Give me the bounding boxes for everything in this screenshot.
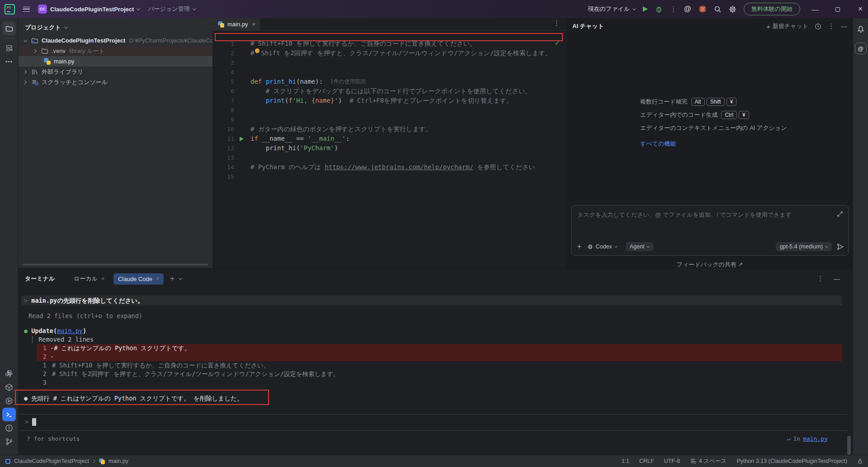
close-button[interactable]: × [853, 5, 868, 14]
code-token: 'PyCharm' [300, 143, 335, 153]
mode-selector[interactable]: Agent [626, 242, 654, 251]
lock-icon[interactable] [857, 458, 863, 464]
project-selector[interactable]: CC ClaudeCodePluginTestProject [38, 5, 140, 14]
python-interpreter[interactable]: Python 3.13 (ClaudeCodePluginTestProject… [736, 458, 847, 464]
close-tab-icon[interactable]: × [101, 276, 104, 282]
vcs-selector[interactable]: バージョン管理 [148, 5, 195, 13]
chat-history-icon[interactable] [815, 23, 821, 30]
search-icon[interactable] [714, 5, 722, 13]
kbd-key: Alt [691, 98, 705, 106]
code-line: 14# PyCharm のヘルプは https://www.jetbrains.… [212, 162, 566, 172]
services-tool-icon[interactable] [2, 394, 16, 408]
breadcrumb-file[interactable]: main.py [108, 458, 128, 464]
intention-bulb-icon[interactable] [255, 48, 259, 53]
chevron-right-icon[interactable] [23, 70, 26, 73]
code-link[interactable]: https://www.jetbrains.com/help/pycharm/ [325, 162, 473, 172]
more-tool-windows-icon[interactable]: ••• [2, 55, 16, 68]
prompt-divider [19, 430, 847, 431]
hide-panel-icon[interactable]: — [841, 23, 847, 30]
terminal-type-chevron-icon[interactable] [179, 276, 182, 280]
terminal-output[interactable]: > main.pyの先頭行を削除してください。Read 2 files (ctr… [24, 295, 847, 403]
version-control-tool-icon[interactable] [2, 435, 16, 448]
codex-plugin-icon[interactable]: @ [855, 43, 867, 54]
line-number: 14 [212, 162, 234, 172]
run-icon[interactable] [643, 6, 648, 12]
expand-input-icon[interactable] [837, 211, 843, 217]
file-link[interactable]: main.py [57, 327, 83, 334]
ai-shortcut-label: エディター内でのコード生成 [640, 111, 717, 119]
code-area[interactable]: 1# Shift+F10 を押して実行するか、ご自身のコードに置き換えてください… [212, 39, 566, 181]
code-line: 6 # スクリプトをデバッグするには以下のコード行でブレークポイントを使用してく… [212, 86, 566, 96]
close-tab-icon[interactable]: × [252, 21, 256, 28]
breadcrumb-project[interactable]: ClaudeCodePluginTestProject [14, 458, 89, 464]
send-icon[interactable] [836, 243, 844, 251]
hide-terminal-icon[interactable]: — [834, 275, 840, 282]
chat-options-icon[interactable]: ⋮ [828, 24, 835, 29]
file-encoding[interactable]: UTF-8 [664, 458, 680, 464]
text-cursor [32, 418, 36, 426]
chevron-down-icon [192, 6, 196, 10]
problems-tool-icon[interactable] [2, 421, 16, 435]
add-attachment-icon[interactable]: + [577, 243, 582, 250]
structure-tool-icon[interactable] [2, 41, 16, 55]
notifications-bell-icon[interactable] [854, 23, 868, 36]
tab-main-py[interactable]: main.py × [212, 18, 260, 31]
code-token: Shift を2回押す を押すと、クラス/ファイル/ツールウィンドウ/アクション… [261, 48, 551, 58]
main-menu-icon[interactable] [23, 7, 30, 12]
gutter-run-icon[interactable] [240, 137, 244, 141]
code-token: (name): [296, 77, 323, 86]
code-token: : [346, 134, 349, 143]
tab-local-terminal[interactable]: ローカル× [69, 272, 109, 285]
editor-options-icon[interactable]: ⋮ [553, 21, 560, 25]
project-tool-icon[interactable] [2, 22, 16, 35]
project-panel-header[interactable]: プロジェクト [19, 18, 212, 35]
maximize-button[interactable] [830, 5, 845, 13]
terminal-options-icon[interactable]: ⋮ [817, 276, 824, 281]
tree-item-project-root[interactable]: ClaudeCodePluginTestProject D:¥PyCharmPr… [19, 35, 212, 46]
chevron-right-icon[interactable] [23, 80, 26, 84]
ai-spark-icon[interactable] [698, 5, 707, 13]
line-number: 2 [212, 48, 234, 58]
tree-item-external-libraries[interactable]: 外部ライブラリ [19, 67, 212, 77]
terminal-scrollbar[interactable] [847, 436, 851, 455]
code-token: # [250, 48, 254, 58]
all-features-link[interactable]: すべての機能 [640, 140, 676, 148]
trial-button[interactable]: 無料体験の開始 [744, 3, 800, 15]
tab-claude-code[interactable]: Claude Code× [113, 273, 164, 285]
indent-setting[interactable]: 4 スペース [690, 457, 726, 465]
minimize-button[interactable]: — [807, 5, 823, 13]
caret-position[interactable]: 1:1 [622, 458, 629, 464]
horizontal-scrollbar[interactable] [22, 264, 208, 266]
more-actions-icon[interactable]: ⋮ [670, 7, 677, 11]
codex-at-icon[interactable]: @ [684, 5, 691, 13]
terminal-tool-icon[interactable] [2, 408, 16, 421]
python-console-tool-icon[interactable] [2, 367, 16, 381]
new-terminal-icon[interactable]: + [170, 274, 175, 283]
tree-item-venv[interactable]: .venv library ルート [19, 46, 212, 56]
run-config-selector[interactable]: 現在のファイル [588, 5, 636, 13]
python-packages-tool-icon[interactable] [2, 381, 16, 394]
ai-shortcuts-list: 複数行コード補完AltShift¥エディター内でのコード生成Ctrl¥エディター… [640, 95, 787, 148]
line-separator[interactable]: CRLF [639, 458, 654, 464]
chat-input-box[interactable]: タスクを入力してください、@ でファイルを追加、/ でコマンドを使用できます +… [571, 205, 849, 256]
model-selector[interactable]: gpt-5.4 (medium) [776, 242, 832, 251]
new-chat-button[interactable]: +新規チャット [766, 22, 808, 30]
close-tab-icon[interactable]: × [156, 276, 159, 282]
code-line: 1# Shift+F10 を押して実行するか、ご自身のコードに置き換えてください… [212, 39, 566, 48]
in-file-link[interactable]: main.py [803, 435, 828, 442]
ai-chat-panel: AI チャット +新規チャット ⋮ — 複数行コード補完AltShift¥エディ… [566, 18, 853, 268]
tree-item-scratches[interactable]: スクラッチとコンソール [19, 77, 212, 87]
line-number: 13 [212, 153, 234, 162]
provider-selector[interactable]: Codex [586, 242, 621, 251]
chevron-right-icon[interactable] [33, 49, 36, 52]
claude-prompt[interactable]: > [25, 417, 36, 427]
tree-item-main-py[interactable]: main.py [19, 56, 212, 67]
venv-hint: library ルート [69, 47, 105, 55]
terminal-panel: ターミナル ローカル× Claude Code× + ⋮ — > main.py… [19, 268, 853, 455]
right-tool-stripe: @ [853, 18, 868, 455]
libraries-icon [31, 68, 38, 76]
settings-gear-icon[interactable] [729, 5, 736, 13]
debug-icon[interactable] [655, 5, 663, 13]
chevron-down-icon[interactable] [24, 38, 27, 42]
line-number: 9 [212, 115, 234, 124]
